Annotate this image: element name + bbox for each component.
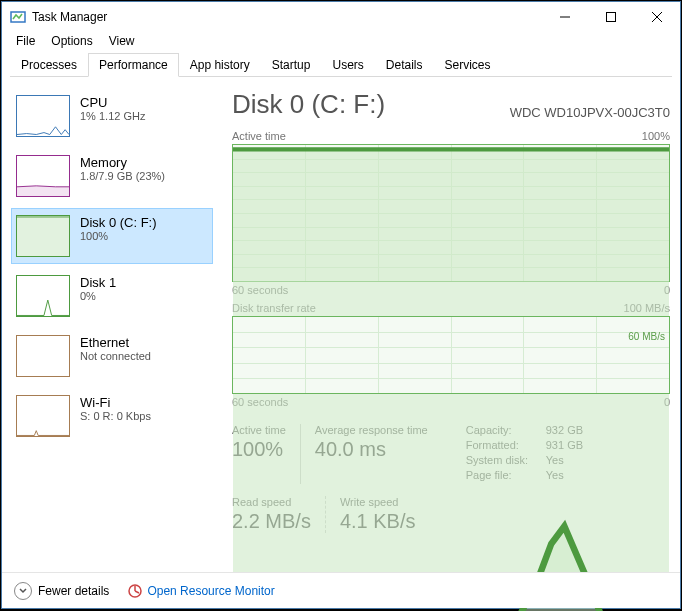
minimize-button[interactable] (542, 2, 588, 32)
menu-options[interactable]: Options (43, 32, 100, 52)
content: CPU1% 1.12 GHz Memory1.8/7.9 GB (23%) Di… (2, 77, 680, 567)
resource-monitor-label: Open Resource Monitor (147, 584, 274, 598)
chart1-label-left: Active time (232, 130, 286, 142)
menu-view[interactable]: View (101, 32, 143, 52)
sidebar-wifi-sub: S: 0 R: 0 Kbps (80, 410, 151, 422)
window-controls (542, 2, 680, 32)
tab-details[interactable]: Details (375, 53, 434, 77)
svg-marker-5 (17, 185, 69, 196)
disk1-thumbnail (16, 275, 70, 317)
sidebar-item-cpu[interactable]: CPU1% 1.12 GHz (12, 89, 212, 143)
sidebar-disk0-title: Disk 0 (C: F:) (80, 215, 157, 230)
main-panel: Disk 0 (C: F:) WDC WD10JPVX-00JC3T0 Acti… (212, 89, 670, 567)
active-time-chart[interactable] (232, 144, 670, 282)
sidebar-memory-sub: 1.8/7.9 GB (23%) (80, 170, 165, 182)
sidebar-ethernet-sub: Not connected (80, 350, 151, 362)
ethernet-thumbnail (16, 335, 70, 377)
tab-performance[interactable]: Performance (88, 53, 179, 77)
tab-startup[interactable]: Startup (261, 53, 322, 77)
memory-thumbnail (16, 155, 70, 197)
collapse-icon (14, 582, 32, 600)
chart2-data (233, 317, 669, 611)
open-resource-monitor-link[interactable]: Open Resource Monitor (127, 583, 274, 599)
fewer-details-button[interactable]: Fewer details (14, 582, 109, 600)
device-model: WDC WD10JPVX-00JC3T0 (510, 105, 670, 120)
svg-line-11 (135, 591, 139, 593)
transfer-chart[interactable]: 60 MB/s (232, 316, 670, 394)
sidebar-item-disk1[interactable]: Disk 10% (12, 269, 212, 323)
sidebar-item-wifi[interactable]: Wi-FiS: 0 R: 0 Kbps (12, 389, 212, 443)
resource-monitor-icon (127, 583, 143, 599)
chart1-label-right: 100% (642, 130, 670, 142)
sidebar-cpu-sub: 1% 1.12 GHz (80, 110, 145, 122)
sidebar-wifi-title: Wi-Fi (80, 395, 151, 410)
tab-services[interactable]: Services (434, 53, 502, 77)
close-button[interactable] (634, 2, 680, 32)
app-icon (10, 9, 26, 25)
footer: Fewer details Open Resource Monitor (2, 572, 680, 608)
sidebar-disk1-sub: 0% (80, 290, 116, 302)
sidebar-item-memory[interactable]: Memory1.8/7.9 GB (23%) (12, 149, 212, 203)
tab-processes[interactable]: Processes (10, 53, 88, 77)
fewer-details-label: Fewer details (38, 584, 109, 598)
tabs: Processes Performance App history Startu… (10, 52, 672, 77)
sidebar-item-disk0[interactable]: Disk 0 (C: F:)100% (12, 209, 212, 263)
page-title: Disk 0 (C: F:) (232, 89, 385, 120)
disk0-thumbnail (16, 215, 70, 257)
task-manager-window: Task Manager File Options View Processes… (1, 1, 681, 609)
sidebar: CPU1% 1.12 GHz Memory1.8/7.9 GB (23%) Di… (12, 89, 212, 567)
sidebar-ethernet-title: Ethernet (80, 335, 151, 350)
wifi-thumbnail (16, 395, 70, 437)
sidebar-cpu-title: CPU (80, 95, 145, 110)
maximize-button[interactable] (588, 2, 634, 32)
sidebar-item-ethernet[interactable]: EthernetNot connected (12, 329, 212, 383)
menu-file[interactable]: File (8, 32, 43, 52)
window-title: Task Manager (32, 10, 542, 24)
menubar: File Options View (2, 32, 680, 52)
sidebar-memory-title: Memory (80, 155, 165, 170)
titlebar: Task Manager (2, 2, 680, 32)
cpu-thumbnail (16, 95, 70, 137)
svg-rect-2 (607, 13, 616, 22)
sidebar-disk1-title: Disk 1 (80, 275, 116, 290)
tab-app-history[interactable]: App history (179, 53, 261, 77)
tab-users[interactable]: Users (321, 53, 374, 77)
svg-marker-6 (17, 217, 69, 256)
sidebar-disk0-sub: 100% (80, 230, 157, 242)
